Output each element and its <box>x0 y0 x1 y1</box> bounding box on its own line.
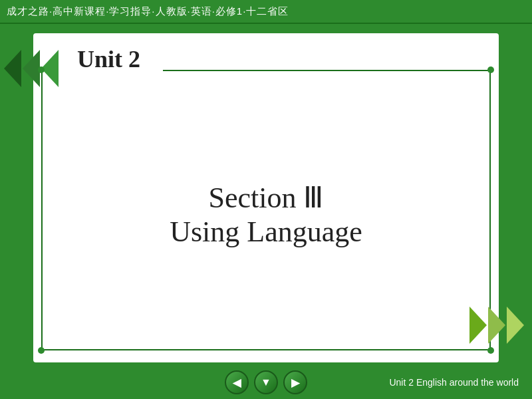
navigation-buttons: ◀ ▼ ▶ <box>225 370 307 394</box>
home-button[interactable]: ▼ <box>254 370 278 394</box>
section-title-area: Section Ⅲ Using Language <box>53 86 479 342</box>
chevron-icon-2 <box>23 50 40 87</box>
right-chevron-group <box>469 307 524 344</box>
header-title: 成才之路·高中新课程·学习指导·人教版·英语·必修1·十二省区 <box>7 5 289 18</box>
right-decorative-chevrons <box>469 307 524 344</box>
border-top-right <box>163 70 491 71</box>
unit-title-container: Unit 2 <box>66 40 151 78</box>
footer-text: Unit 2 English around the world <box>389 377 519 388</box>
right-chevron-icon-3 <box>507 307 524 344</box>
header-bar: 成才之路·高中新课程·学习指导·人教版·英语·必修1·十二省区 <box>0 0 532 24</box>
border-bottom <box>41 349 491 350</box>
right-chevron-icon-1 <box>469 307 487 344</box>
corner-dot-br <box>487 347 494 354</box>
section-line2: Using Language <box>170 215 362 249</box>
prev-button[interactable]: ◀ <box>225 370 249 394</box>
chevron-icon-1 <box>4 50 21 87</box>
main-content-area: Unit 2 Section Ⅲ Using Language <box>33 33 499 362</box>
unit-title: Unit 2 <box>66 40 151 78</box>
section-line1: Section Ⅲ <box>209 180 324 215</box>
bottom-bar: ◀ ▼ ▶ Unit 2 English around the world <box>0 366 532 399</box>
chevron-group <box>4 50 59 87</box>
right-chevron-icon-2 <box>488 307 505 344</box>
corner-dot-bl <box>38 347 45 354</box>
next-button[interactable]: ▶ <box>283 370 307 394</box>
corner-dot-tl <box>38 66 45 73</box>
border-left <box>41 70 43 350</box>
left-decorative-chevrons <box>8 45 55 92</box>
corner-dot-tr <box>487 66 494 73</box>
